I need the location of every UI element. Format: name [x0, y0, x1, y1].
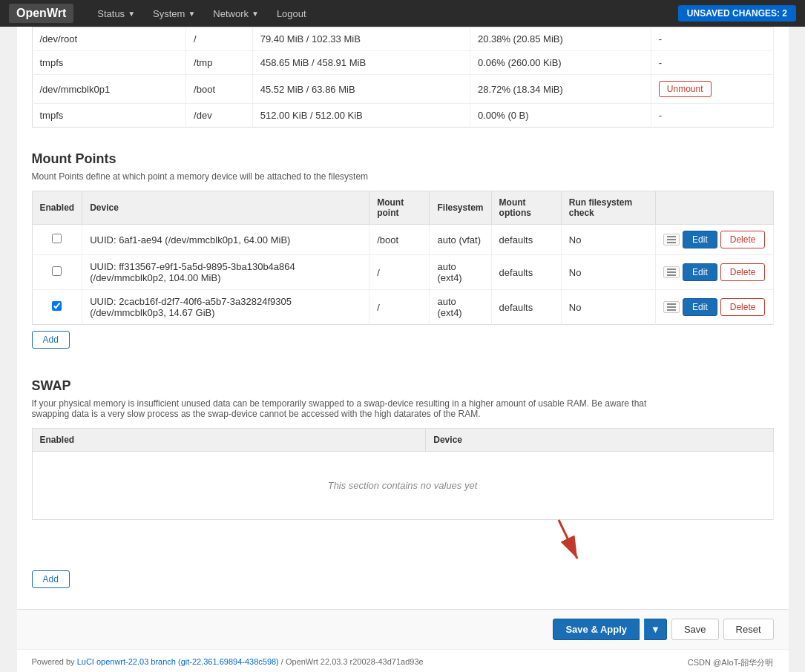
check-cell: No	[561, 255, 655, 290]
unsaved-changes-badge: UNSAVED CHANGES: 2	[678, 5, 796, 22]
edit-button[interactable]: Edit	[683, 231, 717, 248]
table-row: tmpfs /tmp 458.65 MiB / 458.91 MiB 0.06%…	[32, 51, 773, 75]
enabled-checkbox[interactable]	[52, 301, 62, 311]
chevron-down-icon: ▼	[188, 10, 195, 18]
swap-empty-row: This section contains no values yet	[32, 452, 773, 520]
edit-button[interactable]: Edit	[683, 298, 717, 316]
swap-col-enabled: Enabled	[32, 429, 426, 452]
luci-link[interactable]: LuCI openwrt-22.03 branch (git-22.361.69…	[77, 657, 279, 666]
sort-handle[interactable]	[663, 266, 680, 278]
options-cell: defaults	[491, 290, 561, 325]
col-mount-options: Mount options	[491, 191, 561, 225]
page-footer: Powered by LuCI openwrt-22.03 branch (gi…	[17, 649, 789, 672]
col-actions	[656, 191, 773, 225]
reset-button[interactable]: Reset	[723, 619, 774, 640]
filesystem-cell: auto (vfat)	[430, 225, 491, 255]
mount-cell: /tmp	[186, 51, 253, 75]
save-button[interactable]: Save	[671, 619, 719, 640]
size-cell: 512.00 KiB / 512.00 KiB	[252, 104, 470, 128]
chevron-down-icon: ▼	[128, 10, 135, 18]
chevron-down-icon: ▼	[252, 10, 259, 18]
mount-point-cell: /	[369, 290, 430, 325]
arrow-svg	[514, 513, 603, 572]
size-cell: 79.40 MiB / 102.33 MiB	[252, 27, 470, 51]
mount-points-title: Mount Points	[32, 139, 774, 171]
col-fscheck: Run filesystem check	[561, 191, 655, 225]
delete-button[interactable]: Delete	[720, 231, 766, 248]
save-apply-dropdown-button[interactable]: ▼	[644, 619, 667, 640]
options-cell: defaults	[491, 225, 561, 255]
size-cell: 45.52 MiB / 63.86 MiB	[252, 75, 470, 104]
enabled-cell[interactable]	[32, 290, 82, 325]
col-filesystem: Filesystem	[430, 191, 491, 225]
check-cell: No	[561, 290, 655, 325]
col-enabled: Enabled	[32, 191, 82, 225]
brand-logo: OpenWrt	[9, 4, 73, 23]
device-cell: tmpfs	[32, 51, 186, 75]
nav-network[interactable]: Network ▼	[204, 0, 268, 27]
filesystem-cell: auto (ext4)	[430, 290, 491, 325]
action-cell: Unmount	[651, 75, 773, 104]
options-cell: defaults	[491, 255, 561, 290]
filesystem-cell: auto (ext4)	[430, 255, 491, 290]
mount-point-cell: /boot	[369, 225, 430, 255]
nav-logout[interactable]: Logout	[268, 0, 315, 27]
size-cell: 458.65 MiB / 458.91 MiB	[252, 51, 470, 75]
enabled-cell[interactable]	[32, 225, 82, 255]
col-mount-point: Mount point	[369, 191, 430, 225]
device-cell: /dev/root	[32, 27, 186, 51]
svg-line-1	[559, 520, 577, 559]
device-cell: UUID: ff313567-e9f1-5a5d-9895-3ba130b4a8…	[82, 255, 369, 290]
unmount-button[interactable]: Unmount	[659, 81, 712, 97]
storage-table: /dev/root / 79.40 MiB / 102.33 MiB 20.38…	[32, 27, 774, 128]
edit-button[interactable]: Edit	[683, 263, 717, 281]
table-row: UUID: 6af1-ae94 (/dev/mmcblk0p1, 64.00 M…	[32, 225, 773, 255]
footer-brand: CSDN @AIoT-韶华分明	[688, 657, 774, 668]
table-row: /dev/mmcblk0p1 /boot 45.52 MiB / 63.86 M…	[32, 75, 773, 104]
action-cell: -	[651, 51, 773, 75]
enabled-checkbox[interactable]	[52, 234, 62, 243]
table-row: UUID: 2cacb16f-d2f7-40f6-a5b7-3a32824f93…	[32, 290, 773, 325]
device-cell: UUID: 6af1-ae94 (/dev/mmcblk0p1, 64.00 M…	[82, 225, 369, 255]
mount-cell: /boot	[186, 75, 253, 104]
arrow-annotation-area	[32, 520, 774, 564]
table-row: /dev/root / 79.40 MiB / 102.33 MiB 20.38…	[32, 27, 773, 51]
swap-section: SWAP If your physical memory is insuffic…	[32, 366, 774, 594]
swap-col-device: Device	[426, 429, 773, 452]
swap-add-wrapper: Add	[32, 564, 774, 594]
footer-credits-text: Powered by LuCI openwrt-22.03 branch (gi…	[32, 657, 424, 668]
mount-points-table: Enabled Device Mount point Filesystem Mo…	[32, 191, 774, 325]
nav-status[interactable]: Status ▼	[88, 0, 144, 27]
used-cell: 28.72% (18.34 MiB)	[470, 75, 651, 104]
nav-system[interactable]: System ▼	[144, 0, 204, 27]
delete-button[interactable]: Delete	[720, 298, 766, 316]
mount-cell: /	[186, 27, 253, 51]
device-cell: UUID: 2cacb16f-d2f7-40f6-a5b7-3a32824f93…	[82, 290, 369, 325]
action-cell: -	[651, 104, 773, 128]
swap-description-1: If your physical memory is insufficient …	[32, 398, 774, 428]
enabled-checkbox[interactable]	[52, 266, 62, 276]
footer-action-bar: Save & Apply ▼ Save Reset	[17, 609, 789, 649]
action-cell: -	[651, 27, 773, 51]
actions-cell: Edit Delete	[656, 290, 773, 325]
mount-cell: /dev	[186, 104, 253, 128]
sort-handle[interactable]	[663, 234, 680, 246]
delete-button[interactable]: Delete	[720, 263, 766, 281]
used-cell: 0.00% (0 B)	[470, 104, 651, 128]
swap-empty-msg: This section contains no values yet	[32, 452, 773, 520]
mount-points-add-button[interactable]: Add	[32, 331, 70, 349]
swap-table: Enabled Device This section contains no …	[32, 428, 774, 520]
navbar: OpenWrt Status ▼ System ▼ Network ▼ Logo…	[0, 0, 805, 27]
sort-handle[interactable]	[663, 301, 680, 313]
swap-add-button[interactable]: Add	[32, 570, 70, 588]
col-device: Device	[82, 191, 369, 225]
table-row: tmpfs /dev 512.00 KiB / 512.00 KiB 0.00%…	[32, 104, 773, 128]
mount-points-description: Mount Points define at which point a mem…	[32, 171, 774, 191]
used-cell: 20.38% (20.85 MiB)	[470, 27, 651, 51]
save-apply-button[interactable]: Save & Apply	[553, 619, 640, 640]
mount-point-cell: /	[369, 255, 430, 290]
device-cell: /dev/mmcblk0p1	[32, 75, 186, 104]
actions-cell: Edit Delete	[656, 255, 773, 290]
enabled-cell[interactable]	[32, 255, 82, 290]
device-cell: tmpfs	[32, 104, 186, 128]
